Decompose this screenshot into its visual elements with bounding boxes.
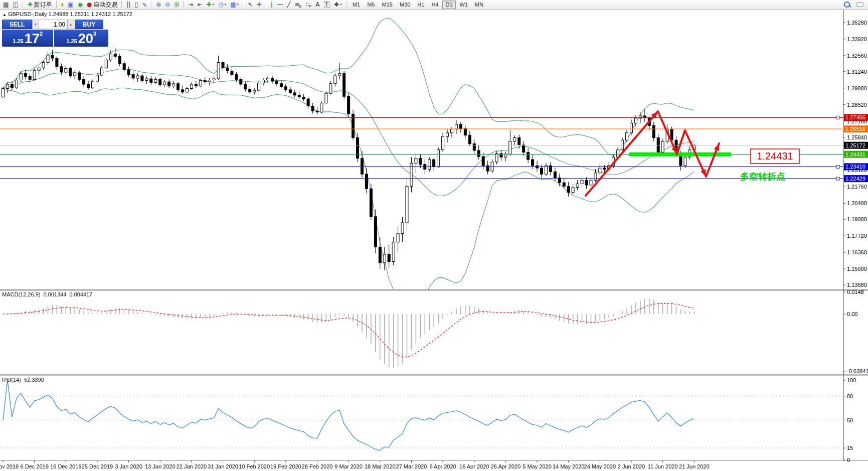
macd-histogram-bar [653,300,654,314]
macd-histogram-bar [626,308,627,314]
date-tick-label: 6 Apr 2020 [429,463,456,469]
macd-histogram-bar [339,314,340,315]
macd-histogram-bar [438,314,439,324]
candle-bull [199,81,202,86]
price-tick-label: 1.16360 [847,249,867,255]
one-click-trading-panel: SELL ▼ 1.00 ▲ BUY 1.25 17 2 1.25 20 3 [2,20,108,47]
candle-bull [15,80,18,88]
price-tick-label: 1.15000 [847,266,867,272]
candle-bear [298,95,300,97]
candle-bear [348,96,350,114]
date-tick-label: 28 Feb 2020 [302,463,333,469]
macd-histogram-bar [151,314,152,315]
macd-histogram-bar [608,314,609,318]
macd-panel [3,298,695,368]
macd-histogram-bar [380,314,381,360]
candle-bull [594,173,597,181]
macd-histogram-bar [532,313,533,314]
macd-histogram-bar [30,311,31,314]
macd-histogram-bar [21,311,22,314]
rsi-axis: 1008050150 [843,377,856,463]
macd-histogram-bar [88,312,89,314]
date-tick-label: 21 Jun 2020 [679,463,710,469]
macd-histogram-bar [680,309,681,314]
macd-histogram-bar [492,313,493,314]
candle-bull [163,82,166,85]
rsi-tick-label: 50 [847,417,853,423]
macd-histogram-bar [456,308,457,314]
volume-decrease-button[interactable]: ▼ [32,20,39,29]
macd-histogram-bar [447,314,448,315]
buy-button[interactable]: BUY [75,20,103,29]
macd-histogram-bar [232,312,233,314]
date-axis[interactable]: 27 Nov 20196 Dec 201916 Dec 201925 Dec 2… [0,460,710,469]
candle-bear [51,55,54,58]
macd-histogram-bar [541,314,542,317]
sell-price[interactable]: 1.25 17 2 [2,30,53,47]
price-callout[interactable]: 1.24431 [751,149,799,164]
macd-histogram-bar [671,304,672,314]
candle-bull [451,129,453,133]
level-handle[interactable] [836,116,839,119]
candle-bull [397,234,399,242]
macd-histogram-bar [308,314,309,321]
candle-bull [190,84,193,88]
candle-bear [69,69,72,76]
date-tick-label: 31 Jan 2020 [208,463,238,469]
level-axis-label: 1.26516 [845,126,865,132]
candle-bull [217,62,220,79]
level-handle[interactable] [836,177,839,180]
candle-bull [2,88,5,97]
rsi-tick-label: 0 [847,457,850,463]
turning-point-note[interactable]: 多空转折点 [740,172,785,182]
price-tick-label: 1.19080 [847,216,867,222]
macd-histogram-bar [604,314,605,320]
macd-histogram-bar [429,314,430,330]
candle-bull [599,168,601,173]
date-tick-label: 10 Feb 2020 [239,463,270,469]
candle-bear [419,159,422,165]
candle-bear [523,145,525,152]
candle-bull [630,123,633,132]
level-axis-label: 1.23410 [845,164,865,170]
candle-bear [289,90,291,93]
date-tick-label: 25 Dec 2019 [82,463,113,469]
candle-bear [195,84,197,86]
candles-layer [2,48,696,270]
macd-histogram-bar [555,314,556,320]
candle-bear [468,135,471,144]
candle-bear [293,93,296,95]
chart-canvas[interactable]: 1.24431多空转折点1.352801.339201.325601.31240… [0,0,868,471]
macd-histogram-bar [92,313,93,314]
candle-bear [541,168,543,174]
macd-histogram-bar [676,306,677,314]
date-tick-label: 6 Dec 2019 [21,463,49,469]
candle-bear [141,76,143,81]
candle-bull [329,84,332,93]
macd-histogram-bar [416,314,417,343]
price-axis[interactable]: 1.352801.339201.325601.312401.298801.285… [843,20,868,288]
price-callout-text: 1.24431 [757,150,793,162]
candle-bull [105,60,107,68]
macd-histogram-bar [613,314,614,316]
macd-histogram-bar [478,308,479,314]
candle-bull [33,70,36,79]
volume-increase-button[interactable]: ▲ [67,20,74,29]
macd-histogram-bar [343,314,344,316]
macd-histogram-bar [272,314,273,315]
date-tick-label: 27 Mar 2020 [396,463,427,469]
level-handle[interactable] [836,165,839,168]
volume-input[interactable]: 1.00 [39,20,67,29]
arrow-head [701,169,706,177]
macd-histogram-bar [559,314,560,321]
candle-bull [401,223,404,234]
candle-bull [621,140,624,149]
sell-button[interactable]: SELL [2,20,32,29]
macd-histogram-bar [178,314,179,318]
candle-bull [495,153,498,162]
macd-histogram-bar [568,314,569,324]
macd-histogram-bar [303,314,304,319]
buy-price[interactable]: 1.25 20 3 [54,30,108,47]
macd-histogram-bar [631,305,632,314]
candle-bear [379,247,381,262]
